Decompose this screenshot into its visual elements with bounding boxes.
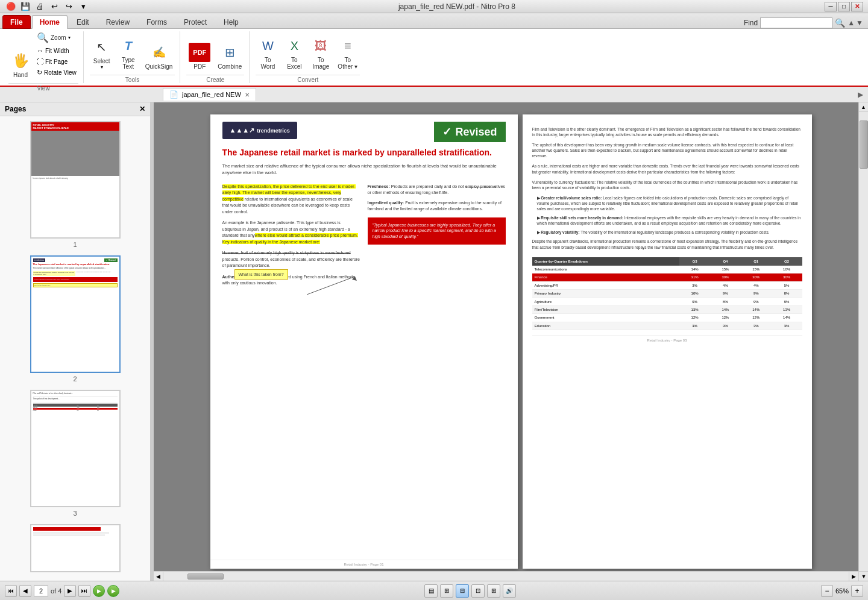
view-btn-5[interactable]: ⊞ — [487, 584, 500, 598]
table-header-q1: Q1 — [741, 257, 772, 266]
data-table: Quarter-by-Quarter Breakdown Q3 Q4 Q1 Q2… — [532, 257, 802, 331]
view-btn-1[interactable]: ▤ — [424, 584, 438, 598]
find-prev-icon[interactable]: ▲ — [848, 19, 855, 27]
table-cell-q4: 30% — [710, 273, 741, 281]
sidebar-scroll[interactable]: RETAIL INDUSTRYMARKET DYNAMICS IN JAPAN … — [0, 116, 150, 581]
horizontal-scrollbar[interactable]: ◀ ▶ — [154, 571, 858, 581]
rotate-view-button[interactable]: ↻ Rotate View — [35, 68, 78, 77]
view-btn-6[interactable]: 🔊 — [503, 584, 516, 598]
type-text-button[interactable]: T TypeText — [116, 35, 140, 71]
find-search-icon[interactable]: 🔍 — [835, 18, 845, 28]
table-cell-q1: 12% — [741, 314, 772, 322]
combine-button[interactable]: ⊞ Combine — [215, 42, 244, 71]
view-btn-2[interactable]: ⊞ — [440, 584, 453, 598]
vertical-scrollbar[interactable]: ▲ ▼ — [858, 102, 868, 581]
select-button[interactable]: ↖ Select ▾ — [90, 36, 114, 71]
close-button[interactable]: ✕ — [851, 2, 863, 11]
col1-strikethrough: However, fruit of extremely high quality… — [222, 250, 360, 269]
select-dropdown-icon[interactable]: ▾ — [101, 64, 103, 70]
page-thumb-4[interactable] — [5, 524, 145, 572]
fit-page-button[interactable]: ⛶ Fit Page — [35, 57, 78, 66]
zoom-dropdown-icon[interactable]: ▾ — [68, 35, 71, 40]
to-excel-button[interactable]: X ToExcel — [282, 35, 306, 71]
quicksign-icon: ✍ — [149, 43, 169, 62]
table-row: Agriculture 9% 8% 9% 9% — [532, 298, 802, 305]
page-thumb-3[interactable]: Film and Television is the other clearly… — [5, 390, 145, 517]
view-controls: ▤ ⊞ ⊟ ⊡ ⊞ 🔊 — [124, 584, 816, 598]
nav-green-btn1[interactable]: ▶ — [93, 585, 105, 597]
view-group-content: 🖐 Hand 🔍 Zoom ▾ ↔ Fit Width ⛶ Fit Page — [8, 31, 78, 82]
table-cell-q2: 10% — [772, 266, 802, 273]
scroll-down-button[interactable]: ▼ — [859, 571, 868, 581]
save-icon[interactable]: 💾 — [19, 1, 31, 13]
zoom-button[interactable]: 🔍 Zoom ▾ — [35, 31, 78, 44]
app-icon: 🔴 — [5, 1, 17, 13]
pdf-label: PDF — [193, 63, 206, 70]
svg-line-0 — [307, 277, 355, 295]
table-cell-q4: 15% — [710, 266, 741, 273]
quicksign-label: QuickSign — [145, 63, 173, 70]
select-icon: ↖ — [92, 37, 112, 57]
find-input[interactable] — [760, 17, 832, 28]
view-btn-4[interactable]: ⊡ — [471, 584, 485, 598]
last-page-button[interactable]: ⏭ — [78, 585, 90, 597]
tab-edit[interactable]: Edit — [69, 15, 97, 28]
tab-scroll-right[interactable]: ▶ — [858, 90, 868, 99]
tab-close-button[interactable]: ✕ — [245, 92, 250, 98]
customize-icon[interactable]: ▾ — [77, 1, 89, 13]
sidebar-close-button[interactable]: ✕ — [139, 105, 145, 113]
tools-group-content: ↖ Select ▾ T TypeText ✍ QuickSign — [90, 31, 175, 73]
undo-icon[interactable]: ↩ — [48, 1, 60, 13]
right-col-text5: Despite the apparent drawbacks, internat… — [532, 239, 802, 249]
scroll-left-button[interactable]: ◀ — [154, 572, 163, 581]
document-tab[interactable]: 📄 japan_file_red NEW ✕ — [163, 88, 256, 101]
callout-box: "Typical Japanese businesses are highly … — [368, 217, 506, 245]
nav-green-btn2[interactable]: ▶ — [107, 585, 119, 597]
page-thumb-2[interactable]: trendmetrics ✓ Revised The Japanese reta… — [5, 255, 145, 383]
to-image-button[interactable]: 🖼 ToImage — [309, 35, 333, 71]
tab-protect[interactable]: Protect — [176, 15, 215, 28]
find-next-icon[interactable]: ▼ — [856, 19, 863, 27]
print-icon[interactable]: 🖨 — [34, 1, 46, 13]
table-cell-q3: 12% — [679, 314, 710, 322]
next-page-button[interactable]: ▶ — [64, 585, 76, 597]
zoom-in-button[interactable]: + — [851, 585, 863, 597]
scroll-up-button[interactable]: ▲ — [859, 102, 868, 112]
right-bullet2: ▶ Requisite skill sets more heavily in d… — [532, 215, 802, 226]
first-page-button[interactable]: ⏮ — [5, 585, 17, 597]
minimize-button[interactable]: ─ — [825, 2, 837, 11]
right-col-text2: The upshot of this development has been … — [532, 142, 802, 158]
table-cell-label: Agriculture — [532, 298, 680, 305]
to-excel-label: ToExcel — [287, 57, 301, 70]
redo-icon[interactable]: ↪ — [63, 1, 75, 13]
hand-button[interactable]: 🖐 Hand — [8, 50, 33, 80]
tab-review[interactable]: Review — [98, 15, 137, 28]
tab-home[interactable]: Home — [32, 15, 68, 29]
prev-page-button[interactable]: ◀ — [19, 585, 31, 597]
tab-help[interactable]: Help — [216, 15, 247, 28]
maximize-button[interactable]: □ — [838, 2, 850, 11]
zoom-out-button[interactable]: − — [821, 585, 833, 597]
tab-forms[interactable]: Forms — [139, 15, 175, 28]
view-btn-3[interactable]: ⊟ — [456, 584, 469, 598]
to-other-button[interactable]: ≡ ToOther ▾ — [335, 35, 360, 71]
table-cell-q2: 5% — [772, 281, 802, 289]
quicksign-button[interactable]: ✍ QuickSign — [143, 42, 175, 71]
table-row: Finance 31% 30% 30% 30% — [532, 273, 802, 281]
scroll-h-thumb[interactable] — [187, 573, 224, 580]
tab-file[interactable]: File — [2, 15, 31, 29]
table-cell-q3: 3% — [679, 281, 710, 289]
to-image-label: ToImage — [312, 57, 329, 70]
page-thumb-1[interactable]: RETAIL INDUSTRYMARKET DYNAMICS IN JAPAN … — [5, 121, 145, 248]
current-page-input[interactable]: 2 — [34, 586, 48, 596]
to-word-button[interactable]: W ToWord — [256, 35, 280, 71]
document-page-2: ▲▲▲↗ trendmetrics ✓ Revised The Japanese… — [210, 114, 518, 569]
doc-col-right: Freshness: Products are prepared daily a… — [368, 184, 506, 287]
fit-width-button[interactable]: ↔ Fit Width — [35, 46, 78, 55]
document-view[interactable]: ▲▲▲↗ trendmetrics ✓ Revised The Japanese… — [154, 102, 868, 581]
table-row: Education 3% 3% 3% 3% — [532, 322, 802, 330]
select-label: Select — [93, 58, 110, 64]
scroll-right-button[interactable]: ▶ — [849, 572, 858, 581]
pdf-button[interactable]: PDF PDF — [186, 42, 213, 71]
scroll-thumb[interactable] — [860, 120, 868, 169]
